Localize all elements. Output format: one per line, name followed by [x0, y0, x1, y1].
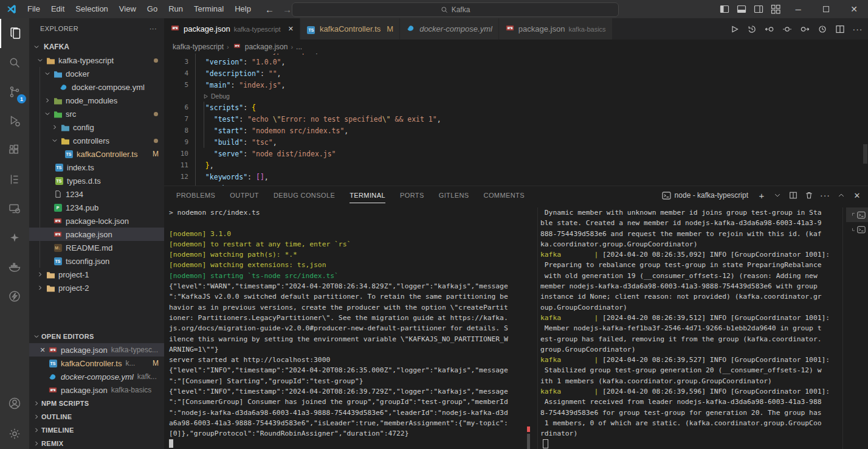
open-editor-package-json[interactable]: package.jsonkafka-basics: [29, 383, 164, 397]
remote-monitor-icon[interactable]: [0, 194, 29, 223]
code-editor[interactable]: 2 "name": "kafka-typescript",3 "version"…: [164, 54, 868, 186]
panel-tab-problems[interactable]: PROBLEMS: [176, 187, 215, 203]
close-icon[interactable]: ✕: [38, 346, 47, 354]
menu-run[interactable]: Run: [163, 0, 188, 18]
docker-icon[interactable]: [0, 252, 29, 282]
split-terminal-button[interactable]: [788, 189, 798, 202]
section-outline[interactable]: OUTLINE: [29, 410, 164, 423]
run-debug-icon[interactable]: [0, 106, 29, 136]
tree-item-docker[interactable]: docker: [29, 67, 164, 80]
tree-root-kafka[interactable]: KAFKA: [29, 40, 164, 54]
menu-terminal[interactable]: Terminal: [188, 0, 229, 18]
tree-item-1234[interactable]: 1234: [29, 187, 164, 201]
tree-item-controllers[interactable]: controllers: [29, 134, 164, 147]
breadcrumb-item[interactable]: kafka-typescript: [173, 43, 224, 51]
nav-back-button[interactable]: ←: [265, 4, 274, 15]
split-editor-button[interactable]: [833, 23, 847, 36]
next-change-button[interactable]: [798, 23, 811, 36]
more-button[interactable]: ···: [820, 189, 830, 202]
active-terminal-label[interactable]: node - kafka-typescript: [662, 191, 748, 200]
maximize-panel-button[interactable]: [836, 189, 846, 202]
terminal-tab-bottom-split[interactable]: [846, 222, 868, 237]
tab-kafkacontroller-ts[interactable]: TSkafkaController.tsM: [300, 18, 399, 40]
panel-tab-debug-console[interactable]: DEBUG CONSOLE: [274, 187, 335, 203]
menu-go[interactable]: Go: [142, 0, 163, 18]
tree-item-types-d-ts[interactable]: TStypes.d.ts: [29, 174, 164, 187]
tree-item-package-json[interactable]: package.json: [29, 228, 164, 241]
kill-terminal-button[interactable]: [804, 189, 814, 202]
tree-item-node-modules[interactable]: node_modules: [29, 94, 164, 107]
menu-edit[interactable]: Edit: [46, 0, 70, 18]
terminal-tab-top-split[interactable]: [846, 207, 868, 222]
menu-help[interactable]: Help: [229, 0, 257, 18]
section-remix[interactable]: REMIX: [29, 437, 164, 449]
toggle-right-sidebar-button[interactable]: [750, 0, 767, 18]
settings-icon[interactable]: [0, 419, 29, 448]
tree-item-kafkacontroller-ts[interactable]: TSkafkaController.tsM: [29, 147, 164, 161]
source-control-icon[interactable]: 1: [0, 77, 29, 106]
toggle-panel-button[interactable]: [733, 0, 750, 18]
tree-item-src[interactable]: src: [29, 107, 164, 120]
panel-tab-comments[interactable]: COMMENTS: [484, 187, 525, 203]
section-npm-scripts[interactable]: NPM SCRIPTS: [29, 397, 164, 410]
thunder-client-icon[interactable]: [0, 282, 29, 311]
menu-selection[interactable]: Selection: [70, 0, 113, 18]
tab-package-json[interactable]: package.jsonkafka-typescript✕: [164, 18, 300, 40]
tree-item-kafka-typescript[interactable]: kafka-typescript: [29, 54, 164, 67]
tree-item-index-ts[interactable]: TSindex.ts: [29, 161, 164, 174]
nav-forward-button[interactable]: →: [283, 4, 292, 15]
menu-file[interactable]: File: [22, 0, 46, 18]
history-button[interactable]: [745, 23, 759, 36]
run-button[interactable]: [728, 23, 741, 36]
open-editor-docker-compose-yml[interactable]: docker-compose.ymlkafk...: [29, 370, 164, 383]
close-icon[interactable]: ✕: [288, 25, 294, 33]
close-panel-button[interactable]: ✕: [852, 189, 862, 202]
breadcrumb-item[interactable]: ...: [296, 43, 302, 51]
tree-item-project-2[interactable]: project-2: [29, 281, 164, 294]
menu-view[interactable]: View: [114, 0, 142, 18]
maximize-button[interactable]: [812, 0, 840, 18]
open-editor-package-json[interactable]: ✕package.jsonkafka-typesc...: [29, 343, 164, 357]
tree-item-readme-md[interactable]: M↓README.md: [29, 241, 164, 254]
more-button[interactable]: ···: [851, 23, 864, 36]
terminal-split-divider[interactable]: [537, 207, 538, 449]
tab-docker-compose-yml[interactable]: docker-compose.yml: [400, 18, 498, 40]
extensions-icon[interactable]: [0, 136, 29, 165]
panel-tab-output[interactable]: OUTPUT: [230, 187, 259, 203]
terminal-dropdown-button[interactable]: [773, 189, 782, 202]
prev-change-button[interactable]: [763, 23, 776, 36]
tree-item-docker-compose-yml[interactable]: docker-compose.yml: [29, 80, 164, 94]
toggle-left-sidebar-button[interactable]: [716, 0, 733, 18]
command-center-search[interactable]: Kafka: [292, 2, 619, 17]
terminal-right-pane[interactable]: Dynamic member with unknown member id jo…: [540, 207, 842, 449]
tree-item-project-1[interactable]: project-1: [29, 268, 164, 281]
open-editor-kafkacontroller-ts[interactable]: TSkafkaController.tsk...M: [29, 357, 164, 370]
terminal-left-pane[interactable]: > nodemon src/index.ts [nodemon] 3.1.0[n…: [169, 207, 525, 449]
panel-tab-ports[interactable]: PORTS: [400, 187, 424, 203]
section-timeline[interactable]: TIMELINE: [29, 423, 164, 437]
terminal-scrollbar[interactable]: [527, 434, 530, 449]
customize-layout-button[interactable]: [767, 0, 784, 18]
panel-tab-terminal[interactable]: TERMINAL: [350, 187, 385, 203]
search-icon[interactable]: [0, 48, 29, 77]
close-button[interactable]: ✕: [840, 0, 868, 18]
open-editors-header[interactable]: OPEN EDITORS: [29, 330, 164, 343]
panel-tab-gitlens[interactable]: GITLENS: [439, 187, 469, 203]
explorer-more-button[interactable]: ···: [150, 25, 157, 32]
change-button[interactable]: [780, 23, 794, 36]
sparkle-icon[interactable]: [0, 223, 29, 252]
tree-item-config[interactable]: config: [29, 120, 164, 134]
tree-item-tsconfig-json[interactable]: TStsconfig.json: [29, 254, 164, 268]
new-terminal-button[interactable]: +: [757, 189, 766, 202]
tab-package-json[interactable]: package.jsonkafka-basics: [499, 18, 612, 40]
tree-item-package-lock-json[interactable]: package-lock.json: [29, 214, 164, 228]
timeline-button[interactable]: [816, 23, 829, 36]
editor-scrollbar[interactable]: [863, 144, 867, 164]
explorer-icon[interactable]: [0, 19, 30, 48]
tree-item-1234-pub[interactable]: P1234.pub: [29, 201, 164, 214]
breadcrumb-item[interactable]: package.json: [245, 43, 288, 51]
minimize-button[interactable]: ─: [784, 0, 812, 18]
list-view-icon[interactable]: [0, 165, 29, 194]
codelens-debug[interactable]: Debug: [164, 91, 868, 102]
account-icon[interactable]: [0, 389, 29, 418]
